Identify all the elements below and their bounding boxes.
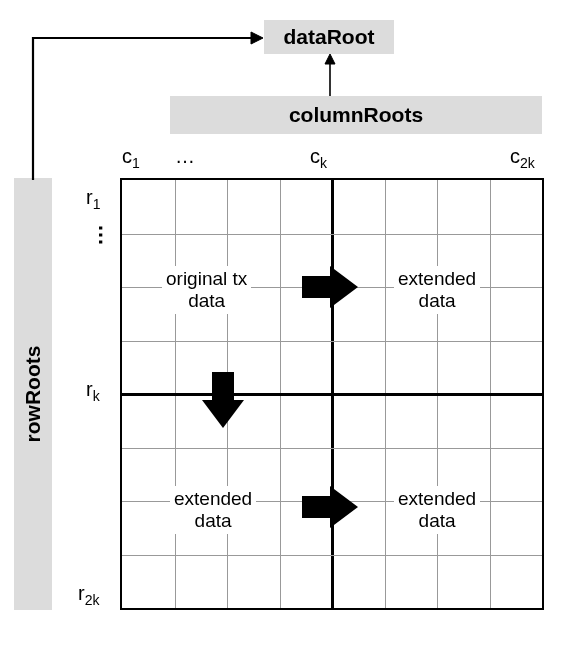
quad-label-extended-bottom: extended data: [170, 486, 256, 534]
data-square-grid: original tx data extended data extended …: [120, 178, 544, 610]
svg-marker-3: [302, 266, 358, 308]
column-roots-label: columnRoots: [289, 103, 423, 126]
svg-marker-4: [202, 372, 244, 428]
arrow-rowroots-to-dataroot: [25, 30, 265, 180]
svg-marker-5: [302, 486, 358, 528]
row-roots-box: rowRoots: [14, 178, 52, 610]
col-label-dots: …: [175, 145, 195, 168]
svg-marker-1: [325, 54, 335, 64]
col-label-c2k: c2k: [510, 145, 535, 171]
row-label-r2k: r2k: [78, 582, 99, 608]
data-root-box: dataRoot: [264, 20, 394, 54]
row-label-dots: …: [93, 224, 119, 248]
arrow-columnroots-to-dataroot: [322, 54, 338, 96]
row-label-rk: rk: [86, 378, 100, 404]
quad-label-extended-right: extended data: [394, 266, 480, 314]
arrow-down-icon: [202, 372, 244, 428]
quad-label-extended-br: extended data: [394, 486, 480, 534]
row-roots-label: rowRoots: [21, 346, 45, 443]
quad-label-original: original tx data: [162, 266, 251, 314]
arrow-right-icon: [302, 266, 358, 308]
col-label-c1: c1: [122, 145, 140, 171]
data-root-label: dataRoot: [284, 25, 375, 48]
col-label-ck: ck: [310, 145, 327, 171]
svg-marker-2: [251, 32, 263, 44]
arrow-right-icon-2: [302, 486, 358, 528]
row-label-r1: r1: [86, 186, 100, 212]
